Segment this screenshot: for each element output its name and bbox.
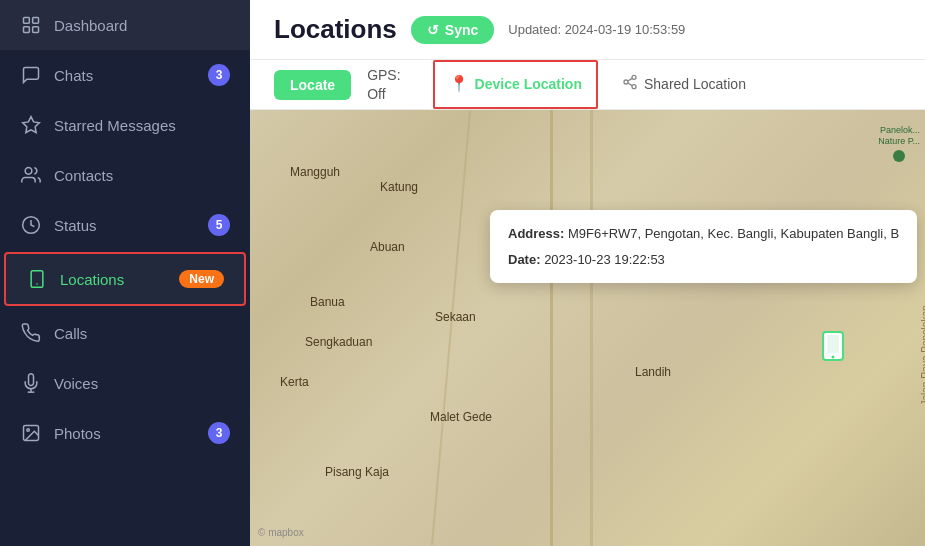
tab-shared-location[interactable]: Shared Location bbox=[606, 60, 762, 109]
info-popup: Address: M9F6+RW7, Pengotan, Kec. Bangli… bbox=[490, 210, 917, 283]
sidebar-label-status: Status bbox=[54, 217, 97, 234]
status-badge: 5 bbox=[208, 214, 230, 236]
svg-point-20 bbox=[832, 356, 835, 359]
sidebar-item-voices[interactable]: Voices bbox=[0, 358, 250, 408]
place-abuan: Abuan bbox=[370, 240, 405, 254]
share-icon bbox=[622, 74, 638, 93]
sync-label: Sync bbox=[445, 22, 478, 38]
map-terrain: Mangguh Katung Abuan Banua Sengkaduan Ke… bbox=[250, 110, 925, 546]
svg-rect-19 bbox=[827, 335, 839, 353]
sidebar-item-status[interactable]: Status 5 bbox=[0, 200, 250, 250]
svg-point-5 bbox=[25, 168, 32, 175]
sidebar-item-photos[interactable]: Photos 3 bbox=[0, 408, 250, 458]
place-sengkaduan: Sengkaduan bbox=[305, 335, 372, 349]
locations-new-badge: New bbox=[179, 270, 224, 288]
phone-icon bbox=[20, 322, 42, 344]
road-diagonal bbox=[431, 111, 471, 546]
tablet-icon bbox=[26, 268, 48, 290]
image-icon bbox=[20, 422, 42, 444]
svg-marker-4 bbox=[23, 117, 40, 133]
place-pisangkaja: Pisang Kaja bbox=[325, 465, 389, 479]
address-value: M9F6+RW7, Pengotan, Kec. Bangli, Kabupat… bbox=[568, 226, 899, 241]
gps-label: GPS: bbox=[367, 67, 400, 83]
tree-label: Panelok...Nature P... bbox=[878, 125, 920, 147]
sidebar-label-voices: Voices bbox=[54, 375, 98, 392]
tree-dot bbox=[893, 150, 905, 162]
svg-line-17 bbox=[628, 78, 633, 81]
mapbox-watermark: © mapbox bbox=[258, 527, 304, 538]
message-icon bbox=[20, 64, 42, 86]
sidebar-item-starred[interactable]: Starred Messages bbox=[0, 100, 250, 150]
photos-badge: 3 bbox=[208, 422, 230, 444]
sidebar-item-locations[interactable]: Locations New bbox=[4, 252, 246, 306]
place-sekaan: Sekaan bbox=[435, 310, 476, 324]
tab-bar: Locate GPS: Off 📍 Device Location Shared… bbox=[250, 60, 925, 110]
date-value: 2023-10-23 19:22:53 bbox=[544, 252, 665, 267]
svg-line-16 bbox=[628, 83, 633, 86]
road-line-v1 bbox=[550, 110, 553, 546]
status-icon bbox=[20, 214, 42, 236]
gps-value: Off bbox=[367, 86, 385, 102]
place-landih: Landih bbox=[635, 365, 671, 379]
date-row: Date: 2023-10-23 19:22:53 bbox=[508, 250, 899, 270]
tab-device-location[interactable]: 📍 Device Location bbox=[433, 60, 598, 109]
road-label: Jalan Raya Penelokan bbox=[919, 305, 925, 405]
device-marker bbox=[821, 330, 845, 362]
place-mangguh: Mangguh bbox=[290, 165, 340, 179]
sidebar-label-photos: Photos bbox=[54, 425, 101, 442]
sidebar-label-calls: Calls bbox=[54, 325, 87, 342]
locate-button[interactable]: Locate bbox=[274, 70, 351, 100]
address-row: Address: M9F6+RW7, Pengotan, Kec. Bangli… bbox=[508, 224, 899, 244]
sidebar-label-starred: Starred Messages bbox=[54, 117, 176, 134]
sync-icon: ↺ bbox=[427, 22, 439, 38]
mic-icon bbox=[20, 372, 42, 394]
updated-text: Updated: 2024-03-19 10:53:59 bbox=[508, 22, 685, 37]
sidebar-item-calls[interactable]: Calls bbox=[0, 308, 250, 358]
sidebar-item-contacts[interactable]: Contacts bbox=[0, 150, 250, 200]
place-banua: Banua bbox=[310, 295, 345, 309]
place-kerta: Kerta bbox=[280, 375, 309, 389]
sync-button[interactable]: ↺ Sync bbox=[411, 16, 494, 44]
svg-rect-1 bbox=[33, 18, 39, 24]
svg-point-13 bbox=[632, 75, 636, 79]
sidebar-label-dashboard: Dashboard bbox=[54, 17, 127, 34]
contacts-icon bbox=[20, 164, 42, 186]
content-area: Locate GPS: Off 📍 Device Location Shared… bbox=[250, 60, 925, 546]
location-pin-icon: 📍 bbox=[449, 74, 469, 93]
svg-rect-3 bbox=[33, 27, 39, 33]
shared-location-tab-label: Shared Location bbox=[644, 76, 746, 92]
place-maletgede: Malet Gede bbox=[430, 410, 492, 424]
page-title: Locations bbox=[274, 14, 397, 45]
gps-info: GPS: Off bbox=[367, 66, 400, 102]
svg-rect-7 bbox=[31, 271, 43, 288]
grid-icon bbox=[20, 14, 42, 36]
sidebar-label-contacts: Contacts bbox=[54, 167, 113, 184]
address-label: Address: bbox=[508, 226, 564, 241]
svg-point-12 bbox=[27, 429, 29, 432]
map-area: Mangguh Katung Abuan Banua Sengkaduan Ke… bbox=[250, 110, 925, 546]
road-line-v2 bbox=[590, 110, 593, 546]
sidebar-label-chats: Chats bbox=[54, 67, 93, 84]
place-katung: Katung bbox=[380, 180, 418, 194]
sidebar-label-locations: Locations bbox=[60, 271, 124, 288]
svg-rect-0 bbox=[24, 18, 30, 24]
svg-rect-2 bbox=[24, 27, 30, 33]
svg-point-14 bbox=[624, 80, 628, 84]
device-location-tab-label: Device Location bbox=[475, 76, 582, 92]
svg-point-15 bbox=[632, 85, 636, 89]
sidebar: Dashboard Chats 3 Starred Messages Conta… bbox=[0, 0, 250, 546]
date-label: Date: bbox=[508, 252, 541, 267]
main-content: Locations ↺ Sync Updated: 2024-03-19 10:… bbox=[250, 0, 925, 546]
sidebar-item-dashboard[interactable]: Dashboard bbox=[0, 0, 250, 50]
star-icon bbox=[20, 114, 42, 136]
sidebar-item-chats[interactable]: Chats 3 bbox=[0, 50, 250, 100]
chats-badge: 3 bbox=[208, 64, 230, 86]
main-header: Locations ↺ Sync Updated: 2024-03-19 10:… bbox=[250, 0, 925, 60]
